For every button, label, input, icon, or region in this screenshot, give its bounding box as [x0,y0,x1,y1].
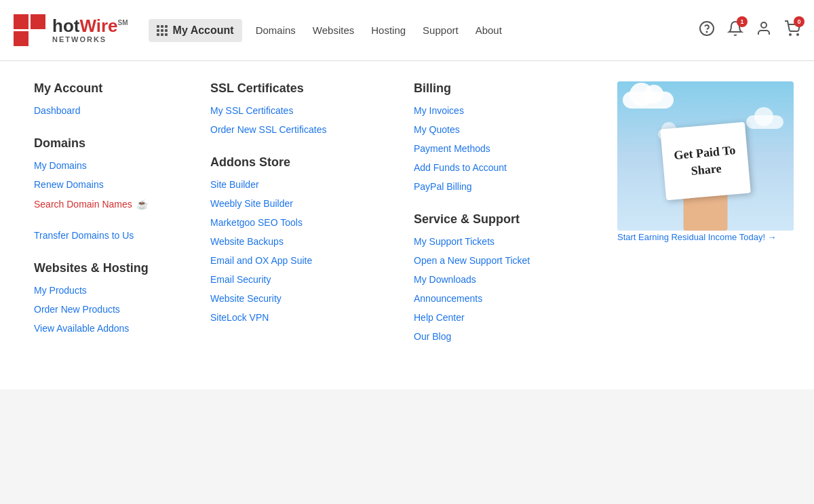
promo-card: Get Paid To Share [660,122,751,200]
logo-hot-text: hot [52,16,79,36]
my-products-link[interactable]: My Products [34,285,183,296]
domains-title: Domains [34,136,183,151]
menu-col-1: My Account Dashboard Domains My Domains … [20,81,197,362]
menu-col-3: Billing My Invoices My Quotes Payment Me… [400,81,604,362]
svg-point-2 [761,22,767,28]
billing-title: Billing [414,81,590,96]
sitelock-vpn-link[interactable]: SiteLock VPN [210,312,387,323]
service-support-section: Service & Support My Support Tickets Ope… [414,212,590,342]
nav-links: Domains Websites Hosting Support About [256,24,502,36]
payment-methods-link[interactable]: Payment Methods [414,143,590,154]
logo[interactable]: hotWireSM NETWORKS [14,14,128,46]
my-account-nav[interactable]: My Account [149,19,242,42]
help-center-link[interactable]: Help Center [414,312,590,323]
search-domain-names-link[interactable]: Search Domain Names ☕ [34,199,148,210]
notifications-icon[interactable]: 1 [727,20,743,41]
cloud-1-puff2 [644,85,663,104]
cart-icon[interactable]: 0 [784,20,800,41]
logo-sq-2 [31,14,45,29]
promo-area: Get Paid To Share Start Earning Residual… [604,81,794,362]
open-new-ticket-link[interactable]: Open a New Support Ticket [414,255,590,266]
billing-section: Billing My Invoices My Quotes Payment Me… [414,81,590,192]
transfer-domains-link[interactable]: Transfer Domains to Us [34,230,183,241]
main-nav: My Account Domains Websites Hosting Supp… [149,19,502,42]
promo-image-inner: Get Paid To Share [617,81,794,231]
cloud-2-puff1 [754,107,773,126]
ssl-section: SSL Certificates My SSL Certificates Ord… [210,81,387,135]
websites-hosting-title: Websites & Hosting [34,261,183,275]
cart-badge: 0 [794,16,805,27]
nav-support[interactable]: Support [423,24,459,36]
help-icon[interactable] [699,20,715,41]
my-account-section: My Account Dashboard [34,81,183,116]
logo-sm: SM [118,19,128,26]
svg-point-4 [797,34,798,35]
site-builder-link[interactable]: Site Builder [210,179,387,190]
my-support-tickets-link[interactable]: My Support Tickets [414,236,590,247]
weebly-link[interactable]: Weebly Site Builder [210,198,387,209]
my-downloads-link[interactable]: My Downloads [414,274,590,285]
logo-text: hotWireSM NETWORKS [52,17,128,43]
announcements-link[interactable]: Announcements [414,293,590,304]
email-ox-link[interactable]: Email and OX App Suite [210,255,387,266]
notifications-badge: 1 [737,16,748,27]
website-backups-link[interactable]: Website Backups [210,236,387,247]
logo-squares-icon [14,14,45,46]
website-security-link[interactable]: Website Security [210,293,387,304]
nav-domains[interactable]: Domains [256,24,296,36]
marketgoo-link[interactable]: Marketgoo SEO Tools [210,217,387,228]
view-available-addons-link[interactable]: View Available Addons [34,323,183,334]
domains-section: Domains My Domains Renew Domains Search … [34,136,183,241]
promo-image: Get Paid To Share [617,81,794,231]
logo-sq-1 [14,14,28,29]
logo-sq-4 [31,31,45,46]
addons-title: Addons Store [210,155,387,170]
logo-sq-3 [14,31,28,46]
grid-icon [157,25,168,36]
logo-networks-text: NETWORKS [52,36,128,43]
header-right: 1 0 [699,20,800,41]
paypal-billing-link[interactable]: PayPal Billing [414,181,590,192]
service-support-title: Service & Support [414,212,590,227]
account-icon[interactable] [756,20,772,41]
my-account-title: My Account [34,81,183,96]
logo-wire-text: Wire [79,16,117,36]
nav-hosting[interactable]: Hosting [371,24,406,36]
order-new-products-link[interactable]: Order New Products [34,304,183,315]
email-security-link[interactable]: Email Security [210,274,387,285]
websites-hosting-section: Websites & Hosting My Products Order New… [34,261,183,334]
my-account-label: My Account [173,24,234,37]
my-quotes-link[interactable]: My Quotes [414,124,590,135]
my-invoices-link[interactable]: My Invoices [414,105,590,116]
ssl-title: SSL Certificates [210,81,387,96]
my-ssl-link[interactable]: My SSL Certificates [210,105,387,116]
svg-point-3 [790,34,791,35]
promo-caption-link[interactable]: Start Earning Residual Income Today! → [617,232,777,242]
our-blog-link[interactable]: Our Blog [414,331,590,342]
add-funds-link[interactable]: Add Funds to Account [414,162,590,173]
menu-col-2: SSL Certificates My SSL Certificates Ord… [197,81,400,362]
mega-menu: My Account Dashboard Domains My Domains … [0,61,814,389]
nav-websites[interactable]: Websites [313,24,354,36]
dashboard-link[interactable]: Dashboard [34,105,183,116]
order-ssl-link[interactable]: Order New SSL Certificates [210,124,387,135]
header: hotWireSM NETWORKS My Account Domains We… [0,0,814,61]
nav-about[interactable]: About [476,24,502,36]
my-domains-link[interactable]: My Domains [34,160,183,171]
addons-section: Addons Store Site Builder Weebly Site Bu… [210,155,387,323]
logo-hotwire: hotWireSM [52,17,128,35]
promo-card-text: Get Paid To Share [670,142,741,180]
renew-domains-link[interactable]: Renew Domains [34,179,183,190]
